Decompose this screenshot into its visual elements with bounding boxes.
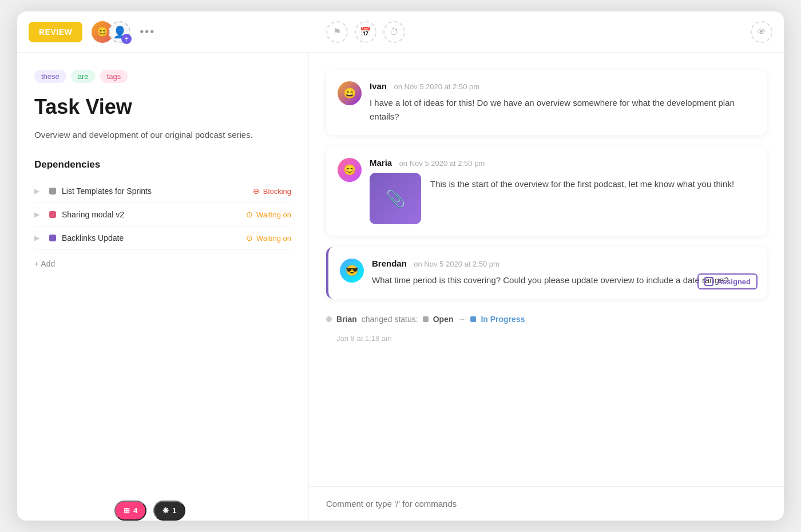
header-right: 👁 — [751, 21, 772, 43]
tags-container: these are tags — [34, 70, 291, 83]
tag-are[interactable]: are — [71, 70, 96, 83]
comment-card-brendan: 😎 Brendan on Nov 5 2020 at 2:50 pm What … — [326, 247, 767, 299]
eye-button[interactable]: 👁 — [751, 21, 772, 43]
dep-name: Backlinks Update — [62, 233, 240, 243]
blocking-icon: ⊖ — [253, 186, 260, 196]
dep-name: Sharing modal v2 — [62, 210, 240, 219]
dep-status: ⊖ Blocking — [253, 186, 291, 196]
badge-dark-count: 1 — [172, 506, 176, 515]
dependency-item[interactable]: ▶ Sharing modal v2 ⊙ Waiting on — [34, 203, 291, 227]
badge-dark-button[interactable]: ❋ 1 — [153, 501, 185, 521]
comment-meta: Ivan on Nov 5 2020 at 2:50 pm I have a l… — [370, 81, 755, 124]
comment-author: Brendan — [372, 259, 407, 268]
chevron-right-icon: ▶ — [34, 211, 43, 219]
badge-dark-icon: ❋ — [162, 506, 169, 515]
clock-button[interactable]: ⏱ — [383, 21, 405, 43]
tag-tags[interactable]: tags — [100, 70, 128, 83]
comment-input[interactable] — [326, 499, 767, 509]
calendar-button[interactable]: 📅 — [355, 21, 376, 43]
open-status-dot — [423, 316, 429, 322]
add-member-button[interactable]: 👤 + — [109, 21, 130, 43]
status-change-entry: Brian changed status: Open → In Progress — [326, 310, 767, 328]
comment-body: This is the start of the overview for th… — [430, 177, 734, 191]
comment-author: Ivan — [370, 81, 387, 91]
comment-time: on Nov 5 2020 at 2:50 pm — [399, 159, 485, 168]
dependencies-title: Dependencies — [34, 159, 291, 170]
comment-author: Maria — [370, 158, 392, 168]
chevron-right-icon: ▶ — [34, 234, 43, 242]
comments-area: 😄 Ivan on Nov 5 2020 at 2:50 pm I have a… — [309, 53, 784, 486]
status-dot-icon — [326, 316, 332, 322]
comment-header: 😊 Maria on Nov 5 2020 at 2:50 pm 📎 This … — [338, 158, 755, 224]
header-left: REVIEW 😊 👤 + ••• — [29, 21, 320, 43]
comment-input-area — [309, 486, 784, 521]
dep-dot-icon — [49, 235, 56, 241]
dep-dot-icon — [49, 188, 56, 194]
dep-status-label: Waiting on — [256, 234, 291, 243]
review-button[interactable]: REVIEW — [29, 22, 82, 42]
header: REVIEW 😊 👤 + ••• ⚑ 📅 ⏱ 👁 — [17, 11, 784, 53]
status-actor: Brian — [336, 315, 357, 324]
comment-time: on Nov 5 2020 at 2:50 pm — [414, 260, 499, 268]
tag-these[interactable]: these — [34, 70, 66, 83]
chevron-right-icon: ▶ — [34, 187, 43, 195]
attachment-thumbnail[interactable]: 📎 — [370, 173, 421, 224]
badge-pink-icon: ⊞ — [124, 506, 130, 515]
assigned-badge[interactable]: Assigned — [697, 273, 758, 289]
comment-header: 😄 Ivan on Nov 5 2020 at 2:50 pm I have a… — [338, 81, 755, 124]
flag-button[interactable]: ⚑ — [326, 21, 348, 43]
comment-with-attachment: 📎 This is the start of the overview for … — [370, 173, 755, 224]
add-dependency-button[interactable]: + Add — [34, 259, 291, 268]
task-title: Task View — [34, 94, 291, 119]
more-button[interactable]: ••• — [140, 25, 155, 38]
comment-time: on Nov 5 2020 at 2:50 pm — [394, 82, 479, 91]
waiting-icon: ⊙ — [246, 233, 253, 243]
plus-icon: + — [121, 34, 132, 44]
status-action-label: changed status: — [362, 315, 418, 324]
comment-header: 😎 Brendan on Nov 5 2020 at 2:50 pm What … — [340, 259, 755, 287]
in-progress-label: In Progress — [481, 315, 525, 324]
dep-dot-icon — [49, 211, 56, 218]
open-label: Open — [433, 315, 454, 324]
avatar-group: 😊 👤 + — [92, 21, 130, 43]
comment-meta: Maria on Nov 5 2020 at 2:50 pm 📎 This is… — [370, 158, 755, 224]
dependency-item[interactable]: ▶ Backlinks Update ⊙ Waiting on — [34, 227, 291, 250]
comment-card-maria: 😊 Maria on Nov 5 2020 at 2:50 pm 📎 This … — [326, 146, 767, 236]
assigned-checkbox[interactable] — [704, 277, 713, 286]
dep-status-label: Waiting on — [256, 211, 291, 219]
avatar-brendan: 😎 — [340, 259, 364, 283]
avatar-maria: 😊 — [338, 158, 362, 182]
avatar-ivan: 😄 — [338, 81, 362, 105]
progress-status-dot — [470, 316, 476, 322]
header-center-icons: ⚑ 📅 ⏱ — [320, 21, 751, 43]
right-panel: 😄 Ivan on Nov 5 2020 at 2:50 pm I have a… — [309, 53, 784, 521]
dep-status: ⊙ Waiting on — [246, 210, 291, 219]
task-description: Overview and development of our original… — [34, 128, 291, 142]
waiting-icon: ⊙ — [246, 210, 253, 219]
comment-body: I have a lot of ideas for this! Do we ha… — [370, 96, 755, 124]
dependency-item[interactable]: ▶ List Templates for Sprints ⊖ Blocking — [34, 180, 291, 203]
dependencies-list: ▶ List Templates for Sprints ⊖ Blocking … — [34, 180, 291, 250]
dep-status: ⊙ Waiting on — [246, 233, 291, 243]
dep-name: List Templates for Sprints — [62, 186, 247, 196]
comment-card-ivan: 😄 Ivan on Nov 5 2020 at 2:50 pm I have a… — [326, 70, 767, 135]
assigned-label: Assigned — [717, 277, 751, 286]
body: these are tags Task View Overview and de… — [17, 53, 784, 521]
arrow-icon: → — [458, 315, 466, 324]
status-timestamp: Jan 8 at 1:18 am — [336, 334, 392, 343]
badge-pink-count: 4 — [133, 506, 137, 515]
badge-pink-button[interactable]: ⊞ 4 — [114, 501, 146, 521]
dep-status-label: Blocking — [263, 187, 291, 196]
left-panel: these are tags Task View Overview and de… — [17, 53, 309, 521]
bottom-toolbar: ⊞ 4 ❋ 1 — [114, 501, 185, 521]
